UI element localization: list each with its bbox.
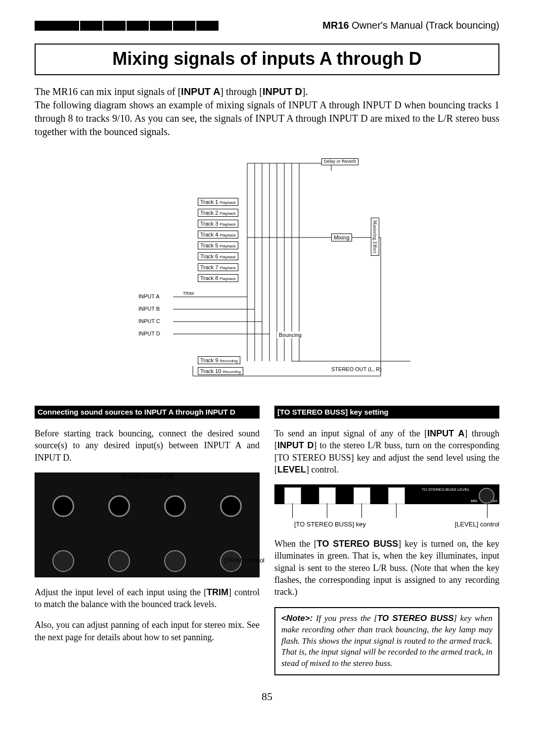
page-header: MR16 Owner's Manual (Track bouncing) [35, 20, 499, 31]
header-decoration [35, 21, 219, 31]
diagram-track-6: Track 6 Playback [198, 252, 238, 260]
jack-input-d [220, 495, 242, 517]
diagram-track-8: Track 8 Playback [198, 274, 238, 282]
diagram-track-5: Track 5 Playback [198, 241, 238, 249]
diagram-track-10: Track 10 Recording [198, 367, 243, 375]
manual-section: Owner's Manual (Track bouncing) [352, 20, 499, 31]
left-p3: Also, you can adjust panning of each inp… [35, 619, 260, 643]
diagram-track-2: Track 2 Playback [198, 209, 238, 217]
diagram-bouncing-label: Bouncing [277, 331, 304, 338]
right-p2: When the [TO STEREO BUSS] key is turned … [274, 538, 499, 598]
diagram-input-a: INPUT A [138, 293, 160, 299]
right-p1: To send an input signal of any of the [I… [274, 427, 499, 475]
buss-key-1 [284, 487, 301, 504]
buss-key-4 [388, 487, 405, 504]
trim-knob-c [164, 550, 186, 572]
diagram-trim-label: TRIM [183, 291, 194, 296]
diagram-delay-box: Delay or Reverb [321, 158, 358, 165]
left-column: Connecting sound sources to INPUT A thro… [35, 406, 260, 675]
buss-key-3 [354, 487, 370, 504]
trim-knob-b [108, 550, 130, 572]
level-knob [479, 488, 494, 504]
jack-input-a [52, 495, 74, 517]
level-control-label: [LEVEL] control [455, 520, 499, 529]
intro-paragraph: The MR16 can mix input signals of [INPUT… [35, 85, 499, 139]
diagram-input-d: INPUT D [138, 331, 160, 336]
diagram-mixing-box: Mixing [331, 234, 352, 241]
header-text: MR16 Owner's Manual (Track bouncing) [322, 20, 499, 31]
right-subhead: [TO STEREO BUSS] key setting [274, 406, 499, 419]
diagram-track-4: Track 4 Playback [198, 231, 238, 238]
strip-label: TO STEREO BUSS LEVEL [422, 487, 470, 493]
sound-source-label: Sound source (s) [121, 472, 174, 481]
right-column: [TO STEREO BUSS] key setting To send an … [274, 406, 499, 675]
diagram-track-7: Track 7 Playback [198, 263, 238, 271]
page-title: Mixing signals of inputs A through D [35, 44, 499, 75]
left-p1: Before starting track bouncing, connect … [35, 427, 260, 464]
note-box: <Note>: If you press the [TO STEREO BUSS… [274, 607, 499, 676]
diagram-input-c: INPUT C [138, 318, 160, 324]
diagram-stereo-out: STEREO OUT (L, R) [331, 366, 382, 372]
diagram-mastering-effect: Mastering Effect [371, 218, 379, 256]
stereo-buss-key-illustration: TO STEREO BUSS LEVEL MIN MAX [TO STEREO … [274, 484, 499, 529]
trim-control-label: [TRIM] control [224, 556, 265, 565]
jack-input-c [164, 495, 186, 517]
diagram-lines [35, 148, 499, 396]
signal-flow-diagram: Delay or Reverb Track 1 Playback Track 2… [35, 148, 499, 396]
left-p2: Adjust the input level of each input usi… [35, 586, 260, 611]
trim-knob-a [52, 550, 74, 572]
product-name: MR16 [322, 20, 349, 31]
page-number: 85 [35, 690, 499, 703]
buss-key-2 [319, 487, 336, 504]
jack-input-b [108, 495, 130, 517]
left-subhead: Connecting sound sources to INPUT A thro… [35, 406, 260, 419]
diagram-track-1: Track 1 Playback [198, 198, 238, 206]
diagram-track-3: Track 3 Playback [198, 220, 238, 228]
buss-key-label: [TO STEREO BUSS] key [294, 520, 366, 529]
diagram-track-9: Track 9 Recording [198, 356, 240, 364]
diagram-input-b: INPUT B [138, 306, 160, 312]
